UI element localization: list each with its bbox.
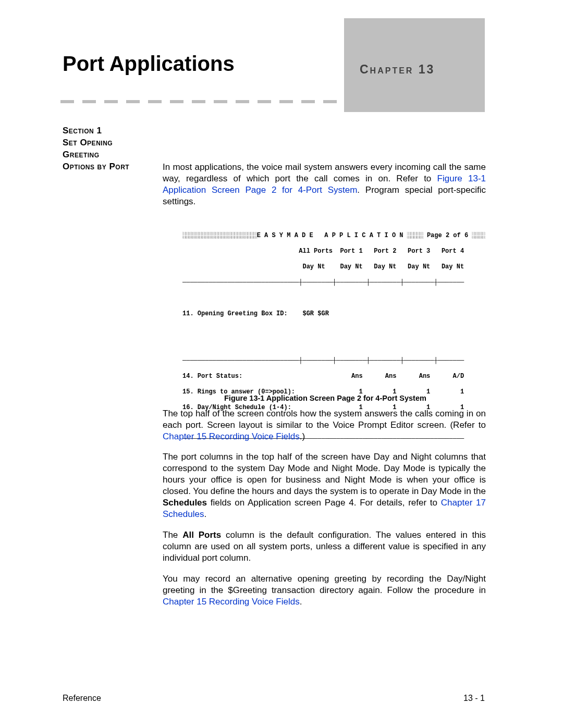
ascii-title-page: Page 2 of 6 <box>423 232 472 239</box>
ascii-title-text: E A S Y M A D E A P P L I C A T I O N <box>257 232 407 239</box>
p2-lead: The top half of the screen controls how … <box>163 409 486 430</box>
ascii-sep-mid: ───────────────────────────────┼────────… <box>182 357 474 365</box>
p3-mid: fields on Application screen Page 4. For… <box>207 498 441 508</box>
section-line-1: Section 1 <box>63 125 151 137</box>
footer-left: Reference <box>63 694 101 703</box>
section-line-2: Set Opening <box>63 137 151 149</box>
section-heading: Section 1 Set Opening Greeting Options b… <box>63 125 151 173</box>
p3-lead: The port columns in the top half of the … <box>163 452 486 496</box>
p3-bold-schedules: Schedules <box>163 498 207 508</box>
paragraph-4: The All Ports column is the default conf… <box>163 529 486 564</box>
ascii-header-2: Day Nt Day Nt Day Nt Day Nt Day Nt <box>182 263 474 271</box>
chapter-15-link-2[interactable]: Chapter 15 Recording Voice Fields <box>163 597 300 607</box>
ascii-sep-top: ───────────────────────────────┼────────… <box>182 279 474 287</box>
title-hatch-right: ░░░░ <box>472 232 485 239</box>
ascii-blank-1 <box>182 294 474 302</box>
paragraph-2: The top half of the screen controls how … <box>163 408 486 442</box>
ascii-row-14: 14. Port Status: Ans Ans Ans A/D <box>182 373 474 380</box>
section-line-3: Greeting <box>63 149 151 161</box>
paragraph-1: In most applications, the voice mail sys… <box>163 162 486 207</box>
section-line-4: Options by Port <box>63 161 151 173</box>
paragraph-3: The port columns in the top half of the … <box>163 451 486 521</box>
page: Chapter 13 Port Applications Section 1 S… <box>0 0 563 728</box>
paragraph-5: You may record an alternative opening gr… <box>163 573 486 608</box>
chapter-label: Chapter 13 <box>360 63 435 77</box>
page-title: Port Applications <box>63 52 235 76</box>
title-hatch-left: ░░░░░░░░░░░░░░░░░░░░░░░ <box>182 232 257 239</box>
p4-lead: The <box>163 530 182 540</box>
ascii-blank-3 <box>182 341 474 349</box>
figure-caption: Figure 13-1 Application Screen Page 2 fo… <box>224 394 426 402</box>
p5-tail: . <box>300 597 302 607</box>
ascii-header-1: All Ports Port 1 Port 2 Port 3 Port 4 <box>182 248 474 255</box>
ascii-blank-2 <box>182 326 474 334</box>
p4-bold-all-ports: All Ports <box>182 530 221 540</box>
ascii-row-11: 11. Opening Greeting Box ID: $GR $GR <box>182 310 474 318</box>
footer-right: 13 - 1 <box>463 694 485 703</box>
p5-lead: You may record an alternative opening gr… <box>163 574 486 595</box>
p3-tail: . <box>204 509 206 519</box>
p2-tail: .) <box>300 431 305 441</box>
title-hatch-mid: ░░░░░ <box>407 232 423 239</box>
chapter-15-link-1[interactable]: Chapter 15 Recording Voice Fields <box>163 431 300 441</box>
dashed-rule <box>60 100 339 103</box>
